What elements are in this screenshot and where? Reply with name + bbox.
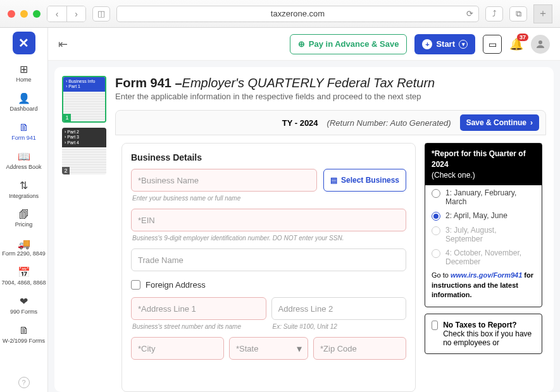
no-taxes-body: Check this box if you have no employees …: [443, 329, 532, 347]
svg-point-0: [538, 40, 542, 44]
rail-form941[interactable]: 🗎Form 941: [0, 118, 47, 147]
rail-pricing[interactable]: 🗐Pricing: [0, 204, 47, 233]
heart-icon: ❤: [18, 295, 30, 308]
thumb-page-1[interactable]: › Business Info› Part 1 1: [62, 76, 106, 123]
radio-icon: [432, 189, 440, 198]
rail-extensions[interactable]: 📅7004, 4868, 8868: [0, 262, 47, 291]
help-icon[interactable]: ?: [18, 377, 30, 388]
book-icon: 📖: [18, 150, 30, 163]
pay-advance-label: Pay in Advance & Save: [309, 39, 399, 49]
share-button[interactable]: ⤴: [485, 6, 503, 21]
select-business-label: Select Business: [341, 176, 399, 185]
topbar: ⇤ ⊕ Pay in Advance & Save + Start ▾ ▭ 🔔 …: [48, 28, 560, 61]
truck-icon: 🚚: [18, 237, 30, 250]
save-continue-label: Save & Continue: [466, 118, 526, 127]
city-input[interactable]: [131, 337, 224, 360]
section-title: Business Details: [131, 152, 406, 162]
quarter-box: *Report for this Quarter of 2024 (Check …: [425, 143, 542, 307]
rail-w2-1099[interactable]: 🗎W-2/1099 Forms: [0, 321, 47, 350]
page-title: Form 941 –Employer's QUARTERLY Federal T…: [115, 76, 546, 90]
business-name-input[interactable]: [131, 169, 317, 192]
back-button[interactable]: ‹: [47, 6, 66, 21]
no-taxes-box: No Taxes to Report? Check this box if yo…: [425, 314, 542, 354]
business-details-panel: Business Details ▤ Select Business Enter…: [121, 143, 416, 392]
quarter-option-1[interactable]: 1: January, February, March: [425, 185, 542, 208]
rail-label: W-2/1099 Forms: [3, 338, 45, 345]
select-business-button[interactable]: ▤ Select Business: [323, 169, 406, 192]
url-text: taxzerone.com: [271, 9, 325, 18]
quarter-heading: *Report for this Quarter of 2024 (Check …: [425, 144, 542, 185]
ein-hint: Business's 9-digit employer identificati…: [132, 234, 405, 242]
window-controls: [8, 10, 40, 18]
id-card-icon[interactable]: ▭: [483, 35, 502, 54]
rail-label: Dashboard: [9, 106, 37, 113]
pricing-icon: 🗐: [18, 208, 30, 221]
quarter-option-3: 3: July, August, September: [425, 223, 542, 245]
thumb-head: › Business Info› Part 1: [63, 77, 105, 92]
page-subtitle: Enter the applicable information in the …: [115, 92, 546, 101]
no-taxes-checkbox[interactable]: [432, 321, 438, 330]
plus-circle-icon: ⊕: [298, 39, 305, 49]
new-tab-button[interactable]: ＋: [533, 4, 552, 23]
tax-year: TY - 2024: [282, 118, 318, 128]
sidebar-toggle-button[interactable]: ◫: [92, 6, 110, 21]
foreign-address-label: Foreign Address: [146, 280, 206, 290]
start-label: Start: [436, 39, 455, 49]
thumb-number: 2: [62, 167, 70, 175]
ein-input[interactable]: [131, 209, 406, 231]
rail-address-book[interactable]: 📖Address Book: [0, 147, 47, 176]
close-window-icon[interactable]: [8, 10, 15, 18]
forward-button[interactable]: ›: [66, 6, 85, 21]
quarter-option-2[interactable]: 2: April, May, June: [425, 208, 542, 223]
rail-990[interactable]: ❤990 Forms: [0, 291, 47, 321]
user-icon: [535, 39, 546, 50]
document-icon: 🗎: [18, 121, 30, 134]
reload-icon[interactable]: ⟳: [466, 9, 473, 18]
save-continue-button[interactable]: Save & Continue ›: [460, 114, 539, 131]
dashboard-icon: 👤: [18, 92, 30, 105]
state-select[interactable]: [229, 337, 308, 360]
business-name-hint: Enter your business name or full name: [132, 194, 405, 202]
collapse-sidebar-icon[interactable]: ⇤: [58, 37, 68, 51]
quarter-option-4: 4: October, November, December: [425, 245, 542, 268]
address-bar[interactable]: taxzerone.com ⟳: [116, 6, 479, 22]
calendar-icon: 📅: [18, 266, 30, 279]
rail-label: Pricing: [15, 222, 33, 228]
foreign-address-row[interactable]: Foreign Address: [131, 280, 406, 290]
address-line1-input[interactable]: [131, 297, 266, 320]
rail-label: 7004, 4868, 8868: [1, 280, 46, 286]
rail-dashboard[interactable]: 👤Dashboard: [0, 89, 47, 118]
address-line2-hint: Ex: Suite #100, Unit 12: [273, 322, 406, 331]
foreign-address-checkbox[interactable]: [131, 280, 140, 290]
irs-link[interactable]: www.irs.gov/Form941: [451, 271, 522, 279]
pay-advance-button[interactable]: ⊕ Pay in Advance & Save: [290, 34, 408, 54]
user-avatar[interactable]: [531, 35, 550, 54]
rail-label: Integrations: [9, 193, 39, 200]
chevron-right-icon: ›: [530, 118, 533, 127]
radio-icon: [432, 212, 440, 221]
rail-label: Form 2290, 8849: [2, 251, 46, 257]
minimize-window-icon[interactable]: [20, 10, 28, 18]
no-taxes-title: No Taxes to Report?: [443, 321, 535, 329]
maximize-window-icon[interactable]: [33, 10, 40, 18]
tabs-button[interactable]: ⧉: [509, 6, 527, 21]
integrations-icon: ⇅: [18, 180, 30, 192]
start-button[interactable]: + Start ▾: [414, 34, 475, 54]
thumb-page-2[interactable]: › Part 2› Part 3› Part 4 2: [62, 128, 106, 175]
rail-2290[interactable]: 🚚Form 2290, 8849: [0, 233, 47, 262]
zip-input[interactable]: [313, 337, 406, 360]
tax-year-bar: TY - 2024 (Return Number: Auto Generated…: [115, 110, 546, 135]
address-line1-hint: Business's street number and its name: [132, 322, 265, 331]
rail-integrations[interactable]: ⇅Integrations: [0, 176, 47, 205]
page-thumbnails: › Business Info› Part 1 1 › Part 2› Part…: [62, 76, 106, 392]
rail-home[interactable]: ⊞Home: [0, 59, 47, 89]
notifications-button[interactable]: 🔔 37: [509, 37, 523, 51]
trade-name-input[interactable]: [131, 248, 406, 271]
irs-link-text: Go to www.irs.gov/Form941 for instructio…: [425, 268, 542, 300]
address-line2-input[interactable]: [271, 297, 407, 320]
notification-badge: 37: [517, 34, 528, 41]
chevron-down-icon: ▾: [459, 40, 468, 49]
app-logo[interactable]: ✕: [13, 32, 35, 54]
radio-icon: [432, 249, 440, 258]
browser-chrome: ‹ › ◫ taxzerone.com ⟳ ⤴ ⧉ ＋: [0, 0, 560, 28]
